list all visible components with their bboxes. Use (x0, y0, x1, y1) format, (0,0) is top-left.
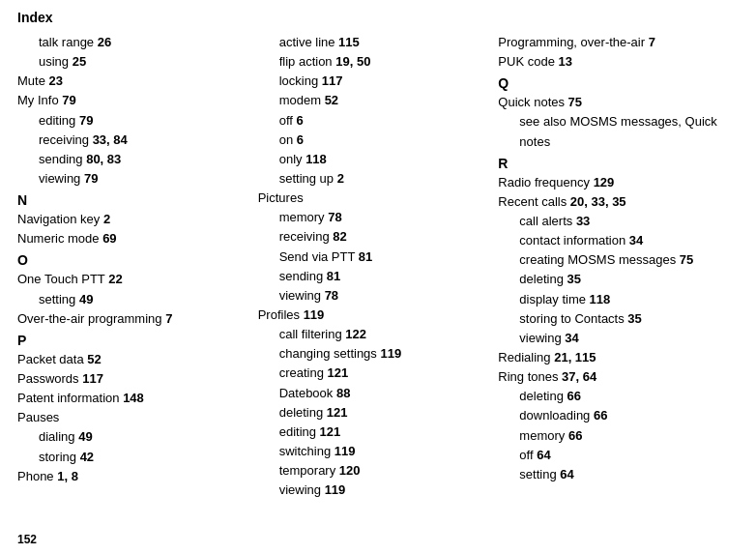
list-item: flip action 19, 50 (258, 52, 489, 72)
list-item: sending 81 (258, 267, 489, 286)
list-item: contact information 34 (498, 231, 729, 250)
list-item: downloading 66 (498, 406, 729, 425)
list-item: creating MOSMS messages 75 (498, 250, 729, 270)
list-item: N (17, 192, 248, 208)
list-item: O (17, 252, 248, 268)
list-item: PUK code 13 (498, 52, 729, 72)
list-item: setting up 2 (258, 169, 489, 189)
list-item: Passwords 117 (17, 369, 248, 389)
list-item: temporary 120 (258, 461, 489, 481)
list-item: active line 115 (258, 33, 489, 52)
list-item: Packet data 52 (17, 350, 248, 369)
list-item: Datebook 88 (258, 384, 489, 403)
list-item: viewing 34 (498, 329, 729, 348)
list-item: P (17, 333, 248, 348)
column-1: talk range 26using 25Mute 23My Info 79ed… (17, 33, 258, 500)
list-item: Pauses (17, 408, 248, 427)
list-item: Phone 1, 8 (17, 467, 248, 486)
index-columns: talk range 26using 25Mute 23My Info 79ed… (17, 33, 739, 500)
column-3: Programming, over-the-air 7PUK code 13QQ… (498, 33, 739, 500)
list-item: call filtering 122 (258, 325, 489, 344)
list-item: modem 52 (258, 91, 489, 110)
list-item: Over-the-air programming 7 (17, 309, 248, 329)
list-item: R (498, 156, 729, 171)
list-item: Profiles 119 (258, 306, 489, 325)
list-item: viewing 79 (17, 169, 248, 189)
list-item: deleting 66 (498, 387, 729, 406)
list-item: Numeric mode 69 (17, 229, 248, 248)
list-item: memory 66 (498, 426, 729, 446)
list-item: sending 80, 83 (17, 150, 248, 169)
list-item: editing 121 (258, 423, 489, 442)
list-item: viewing 78 (258, 286, 489, 306)
list-item: using 25 (17, 52, 248, 72)
list-item: viewing 119 (258, 481, 489, 500)
list-item: Ring tones 37, 64 (498, 367, 729, 387)
list-item: Redialing 21, 115 (498, 348, 729, 367)
list-item: call alerts 33 (498, 212, 729, 231)
list-item: only 118 (258, 150, 489, 169)
list-item: Pictures (258, 189, 489, 208)
list-item: on 6 (258, 131, 489, 150)
list-item: off 64 (498, 446, 729, 465)
list-item: creating 121 (258, 364, 489, 383)
list-item: deleting 121 (258, 403, 489, 423)
list-item: Quick notes 75 (498, 93, 729, 112)
list-item: Q (498, 75, 729, 91)
list-item: Radio frequency 129 (498, 173, 729, 192)
list-item: dialing 49 (17, 427, 248, 447)
list-item: off 6 (258, 111, 489, 131)
list-item: setting 64 (498, 465, 729, 484)
list-item: receiving 33, 84 (17, 131, 248, 150)
list-item: memory 78 (258, 208, 489, 227)
list-item: display time 118 (498, 290, 729, 309)
list-item: Programming, over-the-air 7 (498, 33, 729, 52)
page-title: Index (17, 10, 739, 25)
list-item: My Info 79 (17, 91, 248, 110)
list-item: see also MOSMS messages, Quick notes (498, 112, 729, 151)
list-item: talk range 26 (17, 33, 248, 52)
list-item: switching 119 (258, 442, 489, 461)
list-item: deleting 35 (498, 270, 729, 289)
list-item: Send via PTT 81 (258, 248, 489, 267)
list-item: storing 42 (17, 448, 248, 467)
list-item: receiving 82 (258, 227, 489, 247)
list-item: Mute 23 (17, 72, 248, 91)
list-item: One Touch PTT 22 (17, 270, 248, 289)
page-number: 152 (17, 533, 37, 546)
column-2: active line 115flip action 19, 50locking… (258, 33, 499, 500)
list-item: locking 117 (258, 72, 489, 91)
list-item: editing 79 (17, 111, 248, 131)
list-item: Navigation key 2 (17, 210, 248, 229)
list-item: Patent information 148 (17, 389, 248, 408)
list-item: Recent calls 20, 33, 35 (498, 192, 729, 212)
list-item: storing to Contacts 35 (498, 309, 729, 329)
list-item: setting 49 (17, 290, 248, 309)
list-item: changing settings 119 (258, 344, 489, 364)
page: Index talk range 26using 25Mute 23My Inf… (0, 0, 756, 554)
